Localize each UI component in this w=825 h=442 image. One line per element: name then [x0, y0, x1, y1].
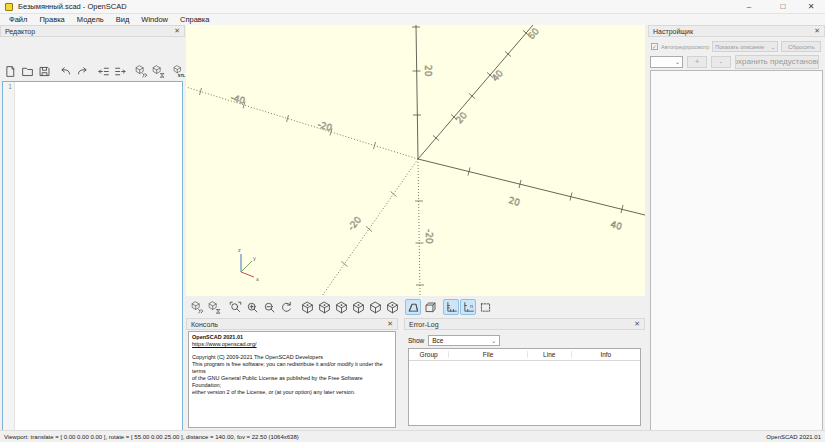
editor-panel: Редактор ✕ 1 [0, 25, 185, 430]
column-header-group[interactable]: Group [409, 351, 448, 358]
reset-button[interactable]: Сбросить [781, 41, 821, 52]
gizmo-y-label: y [253, 255, 256, 262]
show-axes-icon [445, 301, 458, 314]
errorlog-close-icon[interactable]: ✕ [634, 319, 640, 329]
orthogonal-icon [424, 301, 437, 314]
maximize-button[interactable]: □ [772, 0, 794, 14]
autopreview-label: Автопредпросмотр [661, 44, 709, 50]
menu-window[interactable]: Window [135, 14, 174, 25]
y-axis [418, 25, 533, 159]
render-button-viewport[interactable] [206, 299, 222, 315]
zoom-out-button[interactable] [261, 299, 277, 315]
view-all-button[interactable] [227, 299, 243, 315]
errorlog-panel-title: Error-Log [409, 321, 439, 328]
errorlog-table[interactable]: Group File Line Info [408, 348, 641, 426]
customizer-panel-title: Настройщик [653, 28, 693, 35]
autopreview-checkbox[interactable]: ✓ [651, 43, 658, 50]
console-copyright-line: of the GNU General Public License as pub… [192, 375, 392, 389]
openscad-link[interactable]: https://www.openscad.org/ [192, 341, 392, 348]
viewport-toolbar [186, 296, 645, 318]
errorlog-panel-header: Error-Log ✕ [404, 318, 645, 330]
chevron-down-icon: ⌄ [675, 58, 680, 65]
preset-dropdown[interactable]: ⌄ [650, 56, 683, 68]
x-neg-axis-label-40: -40 [229, 92, 246, 106]
zoom-in-icon [246, 301, 259, 314]
close-window-button[interactable]: ✕ [800, 0, 822, 14]
customizer-panel-header: Настройщик ✕ [648, 25, 825, 37]
reset-view-button[interactable] [278, 299, 294, 315]
console-version-text: OpenSCAD 2021.01 [192, 334, 392, 341]
view-top-button[interactable] [316, 299, 332, 315]
menu-design[interactable]: Модель [71, 14, 110, 25]
view-left-button[interactable] [350, 299, 366, 315]
save-button[interactable] [36, 63, 53, 80]
x-axis-label-20: 20 [508, 195, 522, 208]
editor-close-icon[interactable]: ✕ [174, 26, 180, 36]
view-all-icon [229, 301, 242, 314]
errorlog-filter-value: Все [432, 337, 443, 344]
x-neg-axis-label-20: -20 [316, 119, 333, 133]
view-back-button[interactable] [384, 299, 400, 315]
gizmo-z-label: z [238, 247, 241, 253]
z-axis [416, 25, 418, 159]
remove-preset-button[interactable]: - [711, 56, 731, 68]
zoom-in-button[interactable] [244, 299, 260, 315]
view-front-icon [369, 301, 382, 314]
new-file-button[interactable] [2, 63, 19, 80]
openscad-logo-icon [5, 3, 13, 11]
undo-button[interactable] [57, 63, 74, 80]
y-axis-label-40: 40 [490, 68, 505, 83]
open-file-button[interactable] [19, 63, 36, 80]
menu-file[interactable]: Файл [3, 14, 33, 25]
minimize-button[interactable]: – [738, 0, 760, 14]
chevron-down-icon: ⌄ [491, 337, 496, 344]
console-copyright-line: Copyright (C) 2009-2021 The OpenSCAD Dev… [192, 354, 392, 361]
view-left-icon [352, 301, 365, 314]
console-panel-header: Консоль ✕ [186, 318, 398, 330]
menu-edit[interactable]: Правка [33, 14, 70, 25]
show-scale-markers-icon [462, 301, 475, 314]
column-header-info[interactable]: Info [571, 351, 640, 358]
code-text-area[interactable] [15, 82, 182, 442]
save-preset-button[interactable]: сохранить предустановку [735, 55, 819, 69]
show-axes-button[interactable] [443, 299, 459, 315]
z-neg-axis [418, 159, 420, 296]
perspective-button[interactable] [405, 299, 421, 315]
errorlog-panel: Error-Log ✕ Show Все ⌄ Group File Line I… [404, 318, 645, 430]
customizer-options-row: ✓ Автопредпросмотр Показать описание ⌄ С… [650, 40, 823, 53]
console-copyright-line: either version 2 of the License, or (at … [192, 389, 392, 396]
title-bar: Безымянный.scad - OpenSCAD – □ ✕ [0, 0, 825, 14]
show-crosshairs-button[interactable] [477, 299, 493, 315]
show-description-dropdown[interactable]: Показать описание ⌄ [712, 41, 778, 52]
x-neg-axis-ticks [200, 88, 376, 149]
preview-button[interactable] [133, 63, 150, 80]
preview-icon [191, 301, 204, 314]
column-header-line[interactable]: Line [527, 351, 571, 358]
version-status-text: OpenSCAD 2021.01 [766, 434, 821, 440]
add-preset-button[interactable]: + [687, 56, 707, 68]
view-front-button[interactable] [367, 299, 383, 315]
gizmo-y-axis [241, 261, 252, 272]
column-header-file[interactable]: File [448, 351, 527, 358]
redo-button[interactable] [74, 63, 91, 80]
orthogonal-button[interactable] [422, 299, 438, 315]
view-right-button[interactable] [299, 299, 315, 315]
indent-button[interactable] [112, 63, 129, 80]
z-axis-label-20: 20 [423, 65, 433, 77]
console-close-icon[interactable]: ✕ [387, 319, 393, 329]
show-scale-markers-button[interactable] [460, 299, 476, 315]
reset-view-icon [280, 301, 293, 314]
3d-viewport[interactable]: 20 40 -20 -40 20 40 60 -20 20 -20 z y x [186, 25, 645, 296]
errorlog-filter-dropdown[interactable]: Все ⌄ [428, 335, 500, 346]
preview-button-viewport[interactable] [189, 299, 205, 315]
code-editor[interactable]: 1 [2, 81, 183, 442]
menu-help[interactable]: Справка [174, 14, 215, 25]
customizer-close-icon[interactable]: ✕ [814, 26, 820, 36]
unindent-button[interactable] [95, 63, 112, 80]
menu-view[interactable]: Вид [110, 14, 136, 25]
view-bottom-button[interactable] [333, 299, 349, 315]
editor-panel-title: Редактор [5, 28, 35, 35]
open-file-icon [21, 65, 34, 78]
save-icon [38, 65, 51, 78]
render-button[interactable] [150, 63, 167, 80]
